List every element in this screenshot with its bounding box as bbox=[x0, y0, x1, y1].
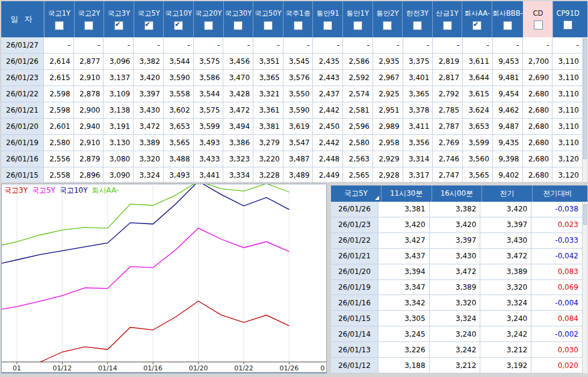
scrollbar-header-cap bbox=[583, 185, 587, 202]
value-cell: 2,581 bbox=[343, 102, 373, 118]
column-checkbox-통안2Y[interactable] bbox=[383, 21, 392, 30]
column-checkbox-국고50Y[interactable] bbox=[264, 21, 273, 30]
value-cell: 3,575 bbox=[194, 102, 224, 118]
date-cell: 26/01/16 bbox=[1, 151, 44, 167]
column-header-통안91[interactable]: 통안91 bbox=[312, 1, 342, 37]
detail-row: 26/01/203,3943,4723,3890,083 bbox=[331, 264, 583, 280]
value-cell: 9,435 bbox=[493, 135, 523, 151]
column-header-label: 국고10Y bbox=[165, 9, 192, 18]
value-cell: 2,435 bbox=[313, 54, 343, 69]
column-header-CP91D[interactable]: CP91D bbox=[552, 1, 583, 37]
column-checkbox-국고5Y[interactable] bbox=[144, 21, 153, 30]
column-header-국고30Y[interactable]: 국고30Y bbox=[223, 1, 253, 37]
detail-diff-cell: -0,042 bbox=[531, 249, 583, 264]
column-checkbox-국고30Y[interactable] bbox=[234, 21, 243, 30]
column-header-한전3Y[interactable]: 한전3Y bbox=[402, 1, 432, 37]
value-cell: 2,896 bbox=[74, 167, 104, 182]
detail-date-cell: 26/01/23 bbox=[331, 217, 379, 232]
column-checkbox-산금1Y[interactable] bbox=[443, 21, 452, 30]
column-checkbox-CP91D[interactable] bbox=[563, 20, 572, 30]
value-cell: 2,680 bbox=[523, 151, 553, 167]
value-cell: 2,792 bbox=[433, 86, 463, 102]
x-axis-label: 01/12 bbox=[53, 364, 72, 372]
detail-1130-cell: 3,437 bbox=[379, 249, 430, 264]
value-cell: 3,545 bbox=[283, 54, 314, 69]
detail-prev-cell: 3,430 bbox=[480, 233, 531, 248]
legend-item-국고3Y: 국고3Y bbox=[4, 186, 28, 195]
column-header-국고5Y[interactable]: 국고5Y bbox=[134, 1, 164, 37]
detail-prev-cell: 3,397 bbox=[480, 217, 531, 232]
x-axis-label: 01/14 bbox=[98, 364, 117, 372]
detail-1600-cell: 3,382 bbox=[430, 202, 481, 217]
column-header-국고1Y[interactable]: 국고1Y bbox=[44, 1, 74, 37]
column-header-통안2Y[interactable]: 통안2Y bbox=[373, 1, 403, 37]
column-checkbox-국고10Y[interactable] bbox=[174, 21, 183, 30]
column-header-회사AA-[interactable]: 회사AA- bbox=[462, 1, 492, 37]
value-cell: 3,472 bbox=[134, 119, 164, 134]
value-cell: 3,560 bbox=[463, 151, 493, 167]
detail-date-cell: 26/01/12 bbox=[331, 358, 379, 373]
detail-header-0[interactable]: 국고5Y bbox=[331, 185, 381, 202]
column-header-회사BBB-[interactable]: 회사BBB- bbox=[492, 1, 523, 37]
detail-1600-cell: 3,320 bbox=[430, 295, 481, 310]
column-header-산금1Y[interactable]: 산금1Y bbox=[432, 1, 462, 37]
value-cell: 3,381 bbox=[253, 119, 283, 134]
column-checkbox-국고20Y[interactable] bbox=[204, 21, 213, 30]
column-header-국고2Y[interactable]: 국고2Y bbox=[74, 1, 104, 37]
value-cell: 3,110 bbox=[552, 102, 583, 118]
column-checkbox-한전3Y[interactable] bbox=[413, 21, 422, 30]
column-checkbox-회사BBB-[interactable] bbox=[503, 21, 512, 30]
bond-yield-table: 일 자국고1Y국고2Y국고3Y국고5Y국고10Y국고20Y국고30Y국고50Y국… bbox=[1, 1, 583, 182]
detail-1130-cell: 3,245 bbox=[379, 326, 430, 341]
scrollbar-thumb[interactable] bbox=[583, 39, 587, 159]
top-table-scrollbar[interactable] bbox=[583, 1, 587, 182]
column-header-CD[interactable]: CD bbox=[523, 1, 553, 37]
column-checkbox-CD[interactable] bbox=[534, 20, 543, 30]
column-header-통안1Y[interactable]: 통안1Y bbox=[342, 1, 373, 37]
value-cell: 2,601 bbox=[44, 119, 74, 134]
column-checkbox-국주1종[interactable] bbox=[294, 21, 303, 30]
legend-item-회사AA-: 회사AA- bbox=[92, 186, 119, 195]
column-checkbox-통안91[interactable] bbox=[323, 21, 332, 30]
column-header-label: 국고50Y bbox=[255, 9, 282, 18]
column-header-국고3Y[interactable]: 국고3Y bbox=[104, 1, 134, 37]
detail-prev-cell: 3,472 bbox=[480, 249, 531, 264]
column-checkbox-통안1Y[interactable] bbox=[353, 21, 362, 30]
value-cell: 3,110 bbox=[552, 119, 583, 134]
column-checkbox-회사AA-[interactable] bbox=[472, 21, 481, 30]
column-checkbox-국고1Y[interactable] bbox=[55, 21, 64, 30]
value-cell: 3,558 bbox=[164, 86, 194, 102]
value-cell: 3,110 bbox=[552, 135, 583, 151]
column-header-국고20Y[interactable]: 국고20Y bbox=[193, 1, 223, 37]
detail-table-scrollbar[interactable] bbox=[583, 185, 587, 373]
scrollbar-thumb[interactable] bbox=[583, 204, 587, 225]
detail-prev-cell: 3,242 bbox=[480, 326, 531, 341]
value-cell: 2,958 bbox=[373, 135, 403, 151]
column-checkbox-국고3Y[interactable] bbox=[114, 21, 123, 30]
column-header-국주1종[interactable]: 국주1종 bbox=[283, 1, 313, 37]
column-header-국고10Y[interactable]: 국고10Y bbox=[163, 1, 193, 37]
table-row: 26/01/212,5982,9003,1383,4303,6023,5753,… bbox=[1, 102, 583, 119]
value-cell: 2,940 bbox=[74, 119, 104, 134]
detail-diff-cell: -0,038 bbox=[531, 202, 583, 217]
detail-date-cell: 26/01/15 bbox=[331, 311, 379, 326]
date-cell: 26/01/23 bbox=[1, 70, 44, 86]
value-cell: - bbox=[253, 37, 283, 53]
detail-date-cell: 26/01/16 bbox=[331, 295, 379, 310]
column-header-국고50Y[interactable]: 국고50Y bbox=[253, 1, 283, 37]
value-cell: 2,449 bbox=[313, 167, 343, 182]
value-cell: 2,442 bbox=[313, 135, 343, 151]
value-cell: 3,137 bbox=[104, 70, 134, 86]
value-cell: 3,386 bbox=[223, 135, 253, 151]
detail-1130-cell: 3,188 bbox=[379, 358, 430, 373]
value-cell: 2,680 bbox=[523, 86, 553, 102]
value-cell: 3,644 bbox=[463, 70, 493, 86]
value-cell: 2,879 bbox=[74, 151, 104, 167]
value-cell: 3,314 bbox=[403, 151, 433, 167]
value-cell: 3,653 bbox=[164, 119, 194, 134]
column-checkbox-국고2Y[interactable] bbox=[84, 21, 93, 30]
value-cell: 3,334 bbox=[223, 167, 253, 182]
value-cell: 3,433 bbox=[194, 151, 224, 167]
chart-legend: 국고3Y국고5Y국고10Y회사AA- bbox=[4, 185, 123, 196]
table-row: 26/01/262,6142,8773,0963,3823,5443,5753,… bbox=[1, 54, 583, 70]
